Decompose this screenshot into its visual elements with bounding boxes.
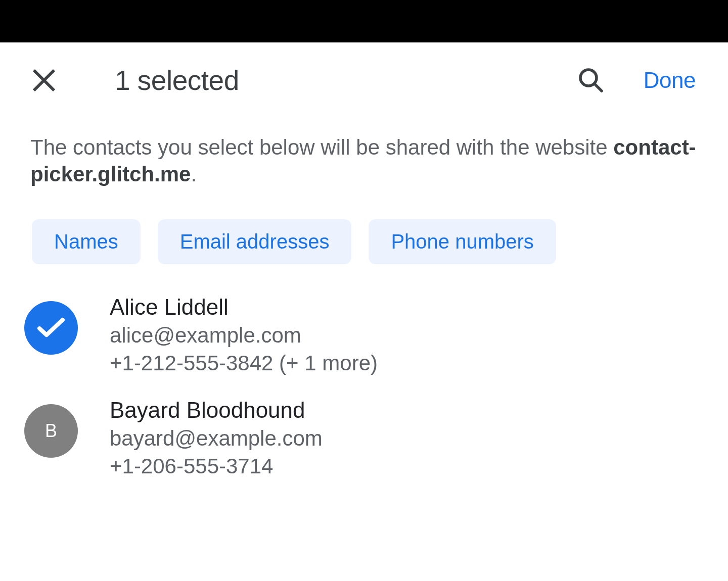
contact-phone: +1-212-555-3842 (+ 1 more) [110,350,378,377]
avatar-initial: B [45,420,57,442]
chip-names[interactable]: Names [32,219,141,264]
avatar-selected [24,301,78,355]
contacts-list: Alice Liddell alice@example.com +1-212-5… [0,264,728,493]
close-button[interactable] [31,68,57,93]
done-button[interactable]: Done [644,68,696,93]
info-suffix: . [191,162,197,186]
close-icon [31,68,57,93]
toolbar: 1 selected Done [0,42,728,107]
chip-phone-numbers[interactable]: Phone numbers [369,219,556,264]
svg-line-3 [595,84,602,91]
status-bar [0,0,728,42]
checkmark-icon [36,317,66,339]
chip-email-addresses[interactable]: Email addresses [158,219,352,264]
contact-email: alice@example.com [110,322,378,349]
contact-info: Bayard Bloodhound bayard@example.com +1-… [110,396,323,479]
contact-info: Alice Liddell alice@example.com +1-212-5… [110,293,378,376]
search-button[interactable] [578,67,604,93]
search-icon [578,67,604,93]
info-prefix: The contacts you select below will be sh… [30,135,613,159]
contact-email: bayard@example.com [110,425,323,452]
page-title: 1 selected [115,64,578,96]
filter-chips: Names Email addresses Phone numbers [0,187,728,264]
contact-row[interactable]: B Bayard Bloodhound bayard@example.com +… [24,390,728,493]
contact-name: Alice Liddell [110,293,378,321]
contact-name: Bayard Bloodhound [110,396,323,424]
contact-row[interactable]: Alice Liddell alice@example.com +1-212-5… [24,286,728,390]
contact-phone: +1-206-555-3714 [110,453,323,480]
info-text: The contacts you select below will be sh… [0,107,728,187]
avatar: B [24,404,78,458]
